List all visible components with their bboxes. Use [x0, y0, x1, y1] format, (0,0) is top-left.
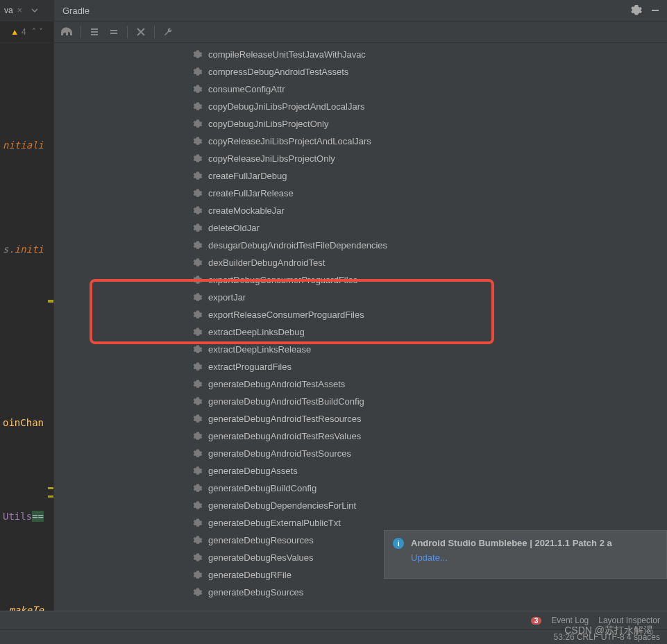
task-row[interactable]: deleteOldJar — [54, 219, 667, 237]
task-row[interactable]: extractProguardFiles — [54, 358, 667, 375]
task-label: compressDebugAndroidTestAssets — [208, 67, 348, 77]
task-label: dexBuilderDebugAndroidTest — [208, 257, 325, 268]
gear-icon — [193, 553, 203, 563]
gear-icon — [193, 276, 203, 285]
editor-tab-label: va — [4, 6, 13, 15]
task-label: generateDebugAndroidTestAssets — [208, 379, 345, 389]
task-row[interactable]: extractDeepLinksRelease — [54, 341, 667, 358]
task-row[interactable]: generateDebugExternalPublicTxt — [54, 514, 667, 532]
svg-rect-5 — [110, 33, 117, 34]
task-row[interactable]: createFullJarDebug — [54, 167, 667, 185]
gear-icon[interactable] — [631, 5, 642, 16]
close-icon[interactable]: × — [17, 6, 22, 15]
gear-icon — [193, 85, 203, 94]
task-row[interactable]: copyDebugJniLibsProjectOnly — [54, 115, 667, 133]
task-row[interactable]: exportDebugConsumerProguardFiles — [54, 271, 667, 289]
task-label: generateDebugResValues — [208, 552, 314, 563]
task-row[interactable]: generateDebugAndroidTestResValues — [54, 427, 667, 445]
task-row[interactable]: exportReleaseConsumerProguardFiles — [54, 306, 667, 323]
task-label: copyReleaseJniLibsProjectOnly — [208, 153, 335, 164]
gear-icon — [193, 466, 203, 476]
task-label: createMockableJar — [208, 205, 285, 216]
gear-icon — [193, 484, 203, 493]
expand-all-icon[interactable] — [87, 24, 102, 40]
event-log-badge[interactable]: 3 — [531, 617, 542, 625]
wrench-icon[interactable] — [160, 24, 176, 40]
gear-icon — [193, 380, 203, 389]
task-row[interactable]: generateDebugAndroidTestBuildConfig — [54, 393, 667, 410]
svg-rect-3 — [91, 34, 98, 35]
task-row[interactable]: copyDebugJniLibsProjectAndLocalJars — [54, 98, 667, 115]
gear-icon — [193, 397, 203, 407]
task-row[interactable]: extractDeepLinksDebug — [54, 323, 667, 341]
task-row[interactable]: generateDebugBuildConfig — [54, 480, 667, 497]
gear-icon — [193, 293, 203, 303]
svg-rect-2 — [91, 31, 98, 33]
gradle-tree-panel: compileReleaseUnitTestJavaWithJavaccompr… — [54, 43, 667, 611]
task-row[interactable]: createFullJarRelease — [54, 185, 667, 202]
warning-icon: ▲ — [10, 27, 19, 37]
task-label: copyDebugJniLibsProjectAndLocalJars — [208, 101, 364, 112]
caret-info[interactable]: 53:26 CRLF UTF-8 4 spaces — [554, 632, 660, 642]
gear-icon — [193, 588, 203, 598]
task-row[interactable]: compileReleaseUnitTestJavaWithJavac — [54, 46, 667, 63]
task-row[interactable]: copyReleaseJniLibsProjectAndLocalJars — [54, 133, 667, 150]
task-row[interactable]: consumeConfigAttr — [54, 80, 667, 98]
update-notification[interactable]: i Android Studio Bumblebee | 2021.1.1 Pa… — [384, 530, 667, 579]
up-icon[interactable]: ˄ — [32, 27, 36, 37]
task-row[interactable]: desugarDebugAndroidTestFileDependencies — [54, 237, 667, 254]
editor-tab[interactable]: va × — [0, 0, 26, 21]
warning-count: 4 — [22, 27, 26, 37]
task-label: generateDebugExternalPublicTxt — [208, 518, 341, 528]
collapse-all-icon[interactable] — [106, 24, 121, 40]
task-list[interactable]: compileReleaseUnitTestJavaWithJavaccompr… — [54, 43, 667, 604]
task-row[interactable]: generateDebugAndroidTestResources — [54, 410, 667, 427]
top-header: va × Gradle — [0, 0, 667, 22]
gear-icon — [193, 328, 203, 337]
notification-title: Android Studio Bumblebee | 2021.1.1 Patc… — [411, 538, 658, 548]
task-label: generateDebugAndroidTestSources — [208, 448, 351, 459]
warnings-strip[interactable]: ▲ 4 ˄ ˅ — [0, 22, 54, 42]
task-label: deleteOldJar — [208, 223, 260, 233]
gutter-mark — [48, 487, 53, 489]
task-label: extractDeepLinksRelease — [208, 344, 311, 355]
task-row[interactable]: createMockableJar — [54, 202, 667, 219]
task-row[interactable]: generateDebugAndroidTestSources — [54, 445, 667, 462]
task-row[interactable]: copyReleaseJniLibsProjectOnly — [54, 150, 667, 167]
task-row[interactable]: generateDebugDependenciesForLint — [54, 497, 667, 514]
gear-icon — [193, 50, 203, 60]
down-icon[interactable]: ˅ — [39, 27, 43, 37]
gear-icon — [193, 362, 203, 372]
separator — [127, 26, 128, 38]
task-label: compileReleaseUnitTestJavaWithJavac — [208, 49, 366, 60]
minimize-icon[interactable] — [650, 6, 660, 15]
gear-icon — [193, 206, 203, 216]
gear-icon — [193, 345, 203, 355]
task-row[interactable]: generateDebugAndroidTestAssets — [54, 375, 667, 393]
update-link[interactable]: Update... — [411, 552, 658, 563]
chevron-down-icon[interactable] — [26, 7, 43, 14]
gear-icon — [193, 432, 203, 441]
gutter-mark — [48, 300, 53, 303]
task-row[interactable]: generateDebugSources — [54, 584, 667, 601]
layout-inspector-button[interactable]: Layout Inspector — [598, 616, 660, 625]
gear-icon — [193, 501, 203, 511]
task-row[interactable]: dexBuilderDebugAndroidTest — [54, 254, 667, 271]
gear-icon — [193, 119, 203, 129]
gear-icon — [193, 518, 203, 528]
task-row[interactable]: generateDebugAssets — [54, 462, 667, 480]
task-row[interactable]: exportJar — [54, 289, 667, 306]
elephant-icon[interactable] — [60, 24, 75, 40]
task-label: exportReleaseConsumerProguardFiles — [208, 310, 364, 320]
gear-icon — [193, 137, 203, 146]
code-gutter: nitiali s.initi oinChan Utils== .makeTe … — [0, 43, 54, 611]
gear-icon — [193, 241, 203, 251]
status-bar-2: 53:26 CRLF UTF-8 4 spaces — [0, 629, 667, 644]
event-log-button[interactable]: Event Log — [551, 616, 589, 625]
task-label: createFullJarDebug — [208, 171, 287, 181]
task-label: consumeConfigAttr — [208, 84, 285, 94]
task-row[interactable]: compressDebugAndroidTestAssets — [54, 63, 667, 80]
offline-icon[interactable] — [133, 24, 149, 40]
toolbar-row: ▲ 4 ˄ ˅ — [0, 22, 667, 43]
gear-icon — [193, 171, 203, 181]
